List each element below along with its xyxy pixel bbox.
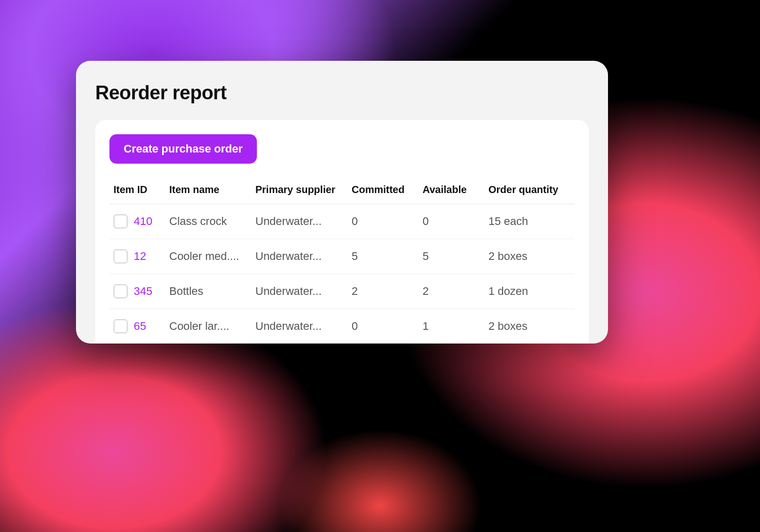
committed-cell: 5 bbox=[348, 239, 419, 274]
available-cell: 2 bbox=[419, 274, 484, 309]
primary-supplier-cell: Underwater... bbox=[251, 274, 348, 309]
committed-cell: 2 bbox=[348, 274, 419, 309]
create-purchase-order-button[interactable]: Create purchase order bbox=[109, 134, 257, 164]
column-header-item-id: Item ID bbox=[109, 178, 165, 204]
row-checkbox[interactable] bbox=[113, 284, 128, 298]
committed-cell: 0 bbox=[348, 204, 419, 239]
primary-supplier-cell: Underwater... bbox=[251, 239, 348, 274]
item-name-cell: Bottles bbox=[165, 274, 251, 309]
table-row: 345 Bottles Underwater... 2 2 1 dozen bbox=[109, 274, 575, 309]
column-header-order-quantity: Order quantity bbox=[484, 178, 575, 204]
available-cell: 0 bbox=[419, 204, 484, 239]
primary-supplier-cell: Underwater... bbox=[251, 309, 348, 344]
column-header-available: Available bbox=[419, 178, 484, 204]
order-quantity-cell: 1 dozen bbox=[484, 274, 575, 309]
order-quantity-cell: 2 boxes bbox=[484, 239, 575, 274]
order-quantity-cell: 2 boxes bbox=[484, 309, 575, 344]
reorder-table: Item ID Item name Primary supplier Commi… bbox=[109, 178, 575, 344]
available-cell: 5 bbox=[419, 239, 484, 274]
column-header-item-name: Item name bbox=[165, 178, 251, 204]
table-row: 12 Cooler med.... Underwater... 5 5 2 bo… bbox=[109, 239, 575, 274]
primary-supplier-cell: Underwater... bbox=[251, 204, 348, 239]
item-name-cell: Cooler lar.... bbox=[165, 309, 251, 344]
item-id-link[interactable]: 345 bbox=[134, 285, 153, 298]
item-id-link[interactable]: 410 bbox=[134, 215, 153, 228]
report-card: Reorder report Create purchase order Ite… bbox=[76, 61, 608, 344]
item-id-link[interactable]: 65 bbox=[134, 320, 146, 333]
table-panel: Create purchase order Item ID Item name … bbox=[95, 120, 589, 344]
column-header-primary-supplier: Primary supplier bbox=[251, 178, 348, 204]
table-row: 410 Class crock Underwater... 0 0 15 eac… bbox=[109, 204, 575, 239]
available-cell: 1 bbox=[419, 309, 484, 344]
row-checkbox[interactable] bbox=[113, 319, 128, 333]
item-id-link[interactable]: 12 bbox=[134, 250, 146, 263]
row-checkbox[interactable] bbox=[113, 214, 128, 229]
page-title: Reorder report bbox=[95, 82, 589, 104]
order-quantity-cell: 15 each bbox=[484, 204, 575, 239]
table-row: 65 Cooler lar.... Underwater... 0 1 2 bo… bbox=[109, 309, 575, 344]
item-name-cell: Class crock bbox=[165, 204, 251, 239]
row-checkbox[interactable] bbox=[113, 249, 128, 263]
item-name-cell: Cooler med.... bbox=[165, 239, 251, 274]
column-header-committed: Committed bbox=[348, 178, 419, 204]
committed-cell: 0 bbox=[348, 309, 419, 344]
